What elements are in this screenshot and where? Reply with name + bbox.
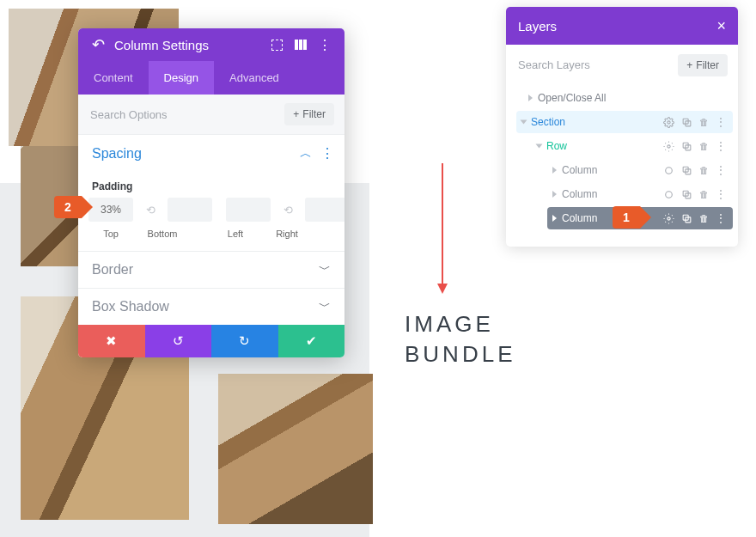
modal-header: Column Settings xyxy=(78,28,344,61)
layers-search-input[interactable] xyxy=(516,53,671,76)
open-close-all[interactable]: Open/Close All xyxy=(511,90,733,109)
tab-advanced[interactable]: Advanced xyxy=(214,61,295,95)
undo-button[interactable]: ↺ xyxy=(145,325,212,357)
layer-actions xyxy=(663,212,726,224)
trash-icon[interactable] xyxy=(699,188,709,200)
svg-point-0 xyxy=(668,120,670,123)
gear-icon[interactable] xyxy=(663,189,674,200)
svg-point-3 xyxy=(668,144,670,147)
callout-1: 1 xyxy=(613,206,640,229)
padding-inputs: ⟲ ⟲ xyxy=(78,198,344,225)
redo-button[interactable]: ↻ xyxy=(211,325,278,357)
svg-point-12 xyxy=(668,217,670,219)
more-icon[interactable] xyxy=(716,164,726,176)
layer-actions xyxy=(663,188,726,200)
close-icon[interactable]: × xyxy=(716,17,726,35)
chevron-right-icon xyxy=(528,95,533,101)
tab-design[interactable]: Design xyxy=(149,61,214,95)
chevron-right-icon xyxy=(552,215,557,222)
expand-icon[interactable] xyxy=(269,37,284,52)
modal-search-row: +Filter xyxy=(78,95,344,134)
column-settings-modal: Column Settings Content Design Advanced … xyxy=(78,28,344,357)
padding-labels: Top Bottom Left Right xyxy=(78,225,344,251)
tab-content[interactable]: Content xyxy=(78,61,149,95)
more-icon[interactable] xyxy=(716,116,726,128)
padding-bottom-input[interactable] xyxy=(168,198,212,222)
gear-icon[interactable] xyxy=(663,213,674,224)
discard-button[interactable]: ✖ xyxy=(78,325,145,357)
chevron-down-icon: ﹀ xyxy=(319,262,331,278)
chevron-down-icon xyxy=(536,144,543,149)
more-icon[interactable] xyxy=(317,37,332,52)
modal-title: Column Settings xyxy=(114,38,260,52)
layer-column[interactable]: Column xyxy=(547,159,733,181)
chevron-right-icon xyxy=(552,167,557,174)
modal-footer: ✖ ↺ ↻ ✔ xyxy=(78,325,344,357)
layer-actions xyxy=(663,116,726,128)
chevron-down-icon: ﹀ xyxy=(319,299,331,314)
annotation-arrow xyxy=(442,163,443,284)
filter-button[interactable]: +Filter xyxy=(284,103,334,125)
gear-icon[interactable] xyxy=(663,117,674,128)
duplicate-icon[interactable] xyxy=(681,189,692,200)
more-icon[interactable] xyxy=(716,188,726,200)
link-icon[interactable]: ⟲ xyxy=(140,198,161,222)
section-spacing-header[interactable]: Spacing ︿ xyxy=(78,134,344,172)
duplicate-icon[interactable] xyxy=(681,165,692,176)
search-options-input[interactable] xyxy=(88,105,277,125)
link-icon[interactable]: ⟲ xyxy=(277,198,298,222)
layers-header: Layers × xyxy=(506,7,738,45)
gear-icon[interactable] xyxy=(663,165,674,176)
confirm-button[interactable]: ✔ xyxy=(278,325,345,357)
chevron-up-icon: ︿ xyxy=(300,146,312,162)
svg-point-6 xyxy=(666,167,673,174)
svg-point-9 xyxy=(666,191,673,198)
trash-icon[interactable] xyxy=(699,116,709,128)
columns-icon[interactable] xyxy=(293,37,308,52)
callout-2: 2 xyxy=(54,196,82,218)
section-boxshadow-header[interactable]: Box Shadow ﹀ xyxy=(78,288,344,325)
trash-icon[interactable] xyxy=(699,164,709,176)
layer-section[interactable]: Section xyxy=(516,111,733,133)
padding-left-input[interactable] xyxy=(226,198,271,222)
trash-icon[interactable] xyxy=(699,212,709,224)
trash-icon[interactable] xyxy=(699,140,709,152)
duplicate-icon[interactable] xyxy=(681,141,692,152)
duplicate-icon[interactable] xyxy=(681,213,692,224)
layer-actions xyxy=(663,140,726,152)
image-tile xyxy=(218,374,373,524)
padding-right-input[interactable] xyxy=(305,198,344,222)
more-icon[interactable] xyxy=(716,140,726,152)
chevron-down-icon xyxy=(521,120,527,125)
layer-row[interactable]: Row xyxy=(532,135,733,157)
layer-actions xyxy=(663,164,726,176)
padding-top-input[interactable] xyxy=(88,198,133,222)
layers-filter-button[interactable]: +Filter xyxy=(678,54,728,76)
more-icon[interactable] xyxy=(320,145,331,162)
modal-tabs: Content Design Advanced xyxy=(78,61,344,95)
annotation-label: IMAGE BUNDLE xyxy=(405,309,515,369)
layers-title: Layers xyxy=(518,19,557,34)
layer-column[interactable]: Column xyxy=(547,183,733,205)
spacing-subtitle: Padding xyxy=(78,172,344,198)
gear-icon[interactable] xyxy=(663,141,674,152)
chevron-right-icon xyxy=(552,191,557,198)
undo-icon[interactable] xyxy=(90,37,106,52)
duplicate-icon[interactable] xyxy=(681,117,692,128)
section-border-header[interactable]: Border ﹀ xyxy=(78,251,344,288)
more-icon[interactable] xyxy=(716,212,726,224)
layers-search-row: +Filter xyxy=(506,45,738,85)
